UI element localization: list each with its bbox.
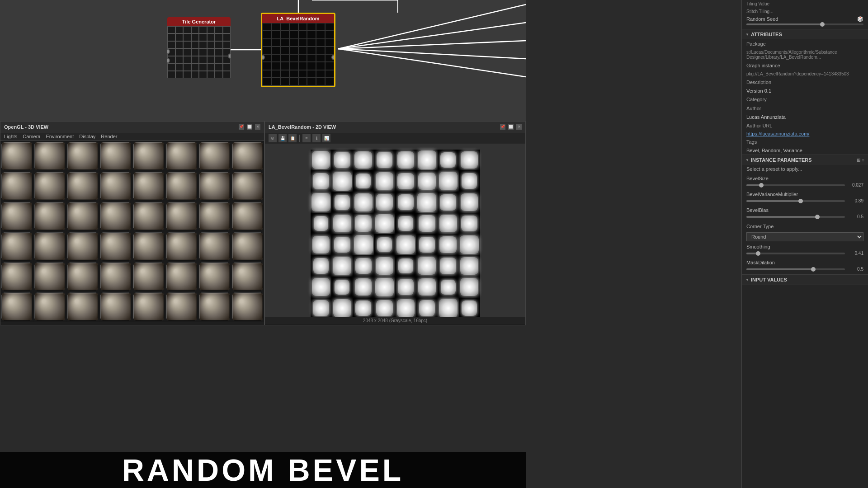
toolbar-icon-5[interactable]: ℹ <box>312 134 321 142</box>
view-2d-toolbar: ⊙ 💾 📋 ≡ ℹ 📊 <box>265 132 525 144</box>
mask-dilation-thumb[interactable] <box>811 267 816 272</box>
random-seed-label: Random Seed 🎲 <box>746 16 863 22</box>
bevel-bias-track[interactable] <box>746 216 845 218</box>
bevel-size-track[interactable] <box>746 184 845 186</box>
bevel-cell <box>311 150 332 171</box>
bevel-variance-slider[interactable]: 0.89 <box>746 198 863 203</box>
corner-type-label: Corner Type <box>746 224 774 229</box>
graph-instance-label: Graph instance <box>746 63 780 68</box>
toolbar-icon-2[interactable]: 💾 <box>278 134 287 142</box>
tile-generator-node[interactable]: Tile Generator <box>167 17 231 83</box>
bevel-cell <box>438 277 459 298</box>
view-3d-content[interactable] <box>0 141 264 322</box>
view-2d-maximize-btn[interactable]: ⬜ <box>508 124 514 130</box>
bevel-random-node[interactable]: LA_BevelRandom <box>261 13 335 87</box>
author-url-row: Author URL <box>742 121 868 130</box>
view-3d-maximize-btn[interactable]: ⬜ <box>247 124 252 130</box>
menu-render[interactable]: Render <box>101 134 117 139</box>
toolbar-icon-3[interactable]: 📋 <box>288 134 297 142</box>
smoothing-track[interactable] <box>746 253 845 254</box>
author-row: Author <box>742 104 868 113</box>
bevel-cell <box>353 150 374 171</box>
toolbar-icon-4[interactable]: ≡ <box>302 134 311 142</box>
bevel-cell <box>459 234 480 255</box>
view-2d-pin-btn[interactable]: 📌 <box>500 124 505 130</box>
random-seed-thumb[interactable] <box>820 22 825 27</box>
bevel-cell <box>374 150 395 171</box>
bevel-cell <box>416 298 438 319</box>
author-label: Author <box>746 106 761 111</box>
bevel-node-output-port[interactable] <box>331 55 335 60</box>
toolbar-icon-1[interactable]: ⊙ <box>269 134 277 142</box>
view-3d-pin-btn[interactable]: 📌 <box>239 124 244 130</box>
instance-params-section: ▼ INSTANCE PARAMETERS ⊞ ≡ Select a prese… <box>742 155 868 275</box>
node-graph[interactable]: Tile Generator LA_BevelRandom <box>0 0 526 121</box>
bevel-variance-track[interactable] <box>746 200 845 202</box>
bevel-variance-thumb[interactable] <box>798 199 803 203</box>
bevel-cell <box>311 234 332 255</box>
tags-value: Bevel, Random, Variance <box>742 146 868 155</box>
bevel-size-slider[interactable]: 0.027 <box>746 183 863 188</box>
instance-params-icons: ⊞ ≡ <box>857 158 864 163</box>
view-2d-content[interactable]: 2048 x 2048 (Grayscale, 16bpc) <box>265 144 525 324</box>
menu-display[interactable]: Display <box>79 134 95 139</box>
view-3d-panel: OpenGL - 3D VIEW 📌 ⬜ ✕ Lights Camera Env… <box>0 121 264 325</box>
toolbar-icon-6[interactable]: 📊 <box>322 134 330 142</box>
bevel-cell <box>311 192 332 213</box>
instance-params-arrow: ▼ <box>745 158 749 162</box>
mask-dilation-row: MaskDilation 0.5 <box>742 258 868 274</box>
bevel-cell <box>459 298 480 319</box>
random-seed-slider[interactable] <box>746 23 863 25</box>
bevel-cell <box>331 277 353 298</box>
bevel-bias-thumb[interactable] <box>815 215 820 219</box>
bevel-cell <box>331 213 353 234</box>
view-2d-window-controls[interactable]: 📌 ⬜ ✕ <box>500 124 522 130</box>
smoothing-thumb[interactable] <box>756 251 760 256</box>
attributes-header[interactable]: ▼ ATTRIBUTES <box>742 29 868 39</box>
random-seed-track[interactable] <box>746 23 863 25</box>
bevel-bias-fill <box>746 216 817 218</box>
bevel-cell <box>459 255 480 277</box>
bevel-bias-slider[interactable]: 0.5 <box>746 214 863 219</box>
random-seed-row: Random Seed 🎲 <box>742 15 868 29</box>
input-values-title: INPUT VALUES <box>751 277 787 282</box>
smoothing-slider[interactable]: 0.41 <box>746 251 863 256</box>
graph-instance-row: Graph instance <box>742 61 868 70</box>
description-row: Description <box>742 78 868 87</box>
author-url-link[interactable]: https://lucasannunziata.com/ <box>742 130 868 137</box>
bevel-cell <box>353 234 374 255</box>
bevel-variance-row: BevelVarianceMultiplier 0.89 <box>742 190 868 206</box>
menu-environment[interactable]: Environment <box>46 134 74 139</box>
bevel-cell <box>416 255 438 277</box>
corner-type-dropdown[interactable]: Round Sharp Flat <box>746 232 863 241</box>
menu-camera[interactable]: Camera <box>23 134 40 139</box>
preset-select[interactable]: Select a preset to apply... <box>742 165 868 174</box>
menu-lights[interactable]: Lights <box>4 134 17 139</box>
corner-type-dropdown-row: Round Sharp Flat <box>742 231 868 243</box>
tags-label: Tags <box>746 139 757 145</box>
instance-params-header[interactable]: ▼ INSTANCE PARAMETERS ⊞ ≡ <box>742 155 868 165</box>
mask-dilation-slider[interactable]: 0.5 <box>746 267 863 272</box>
mask-dilation-track[interactable] <box>746 268 845 270</box>
description-label: Description <box>746 80 771 85</box>
view-3d-close-btn[interactable]: ✕ <box>255 124 260 130</box>
bevel-cell <box>311 170 332 192</box>
random-seed-fill <box>746 23 822 25</box>
input-values-arrow: ▼ <box>745 278 749 282</box>
bevel-cell <box>395 255 416 277</box>
tile-node-output-port[interactable] <box>228 53 231 59</box>
bevel-cell <box>438 255 459 277</box>
bevel-bias-row: BevelBias 0.5 <box>742 206 868 222</box>
view-3d-window-controls[interactable]: 📌 ⬜ ✕ <box>239 124 260 130</box>
bevel-cell <box>395 170 416 192</box>
input-values-header[interactable]: ▼ INPUT VALUES <box>742 275 868 285</box>
bevel-variance-label: BevelVarianceMultiplier <box>746 192 863 197</box>
bevel-cell <box>438 170 459 192</box>
view-2d-header: LA_BevelRandom - 2D VIEW 📌 ⬜ ✕ <box>265 122 525 132</box>
random-seed-dice[interactable]: 🎲 <box>857 16 863 22</box>
bottom-title-text: RANDOM BEVEL <box>122 452 404 488</box>
bevel-cell <box>438 234 459 255</box>
bevel-size-thumb[interactable] <box>759 183 764 188</box>
bevel-variance-value: 0.89 <box>848 198 863 203</box>
view-2d-close-btn[interactable]: ✕ <box>516 124 522 130</box>
